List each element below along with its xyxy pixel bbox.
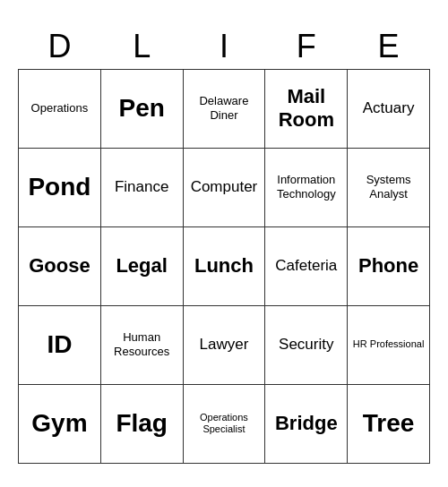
cell-3-2: Lawyer — [183, 305, 265, 384]
cell-text-4-0: Gym — [22, 408, 97, 439]
header-col-e: E — [348, 24, 430, 70]
grid-row-0: OperationsPenDelaware DinerMail RoomActu… — [19, 69, 430, 148]
cell-text-0-2: Delaware Diner — [187, 94, 262, 122]
cell-1-0: Pond — [19, 148, 101, 226]
cell-0-1: Pen — [100, 69, 183, 148]
cell-2-3: Cafeteria — [265, 226, 348, 305]
cell-text-3-3: Security — [269, 336, 343, 354]
cell-text-0-3: Mail Room — [269, 85, 343, 132]
cell-text-3-0: ID — [22, 329, 97, 360]
cell-2-2: Lunch — [183, 226, 265, 305]
cell-text-0-0: Operations — [22, 101, 97, 115]
cell-4-1: Flag — [100, 384, 183, 463]
cell-text-2-2: Lunch — [187, 254, 262, 278]
grid-row-1: PondFinanceComputerInformation Technolog… — [19, 148, 430, 226]
cell-text-4-2: Operations Specialist — [187, 412, 262, 435]
cell-text-3-4: HR Professional — [351, 338, 426, 350]
cell-3-0: ID — [19, 305, 101, 384]
header-col-l: L — [100, 24, 183, 70]
cell-2-0: Goose — [19, 226, 101, 305]
cell-text-4-4: Tree — [351, 408, 426, 439]
cell-4-2: Operations Specialist — [183, 384, 265, 463]
grid-row-4: GymFlagOperations SpecialistBridgeTree — [19, 384, 430, 463]
header-col-f: F — [265, 24, 348, 70]
header-col-d: D — [19, 24, 101, 70]
cell-text-2-0: Goose — [22, 254, 97, 278]
cell-text-1-4: Systems Analyst — [351, 173, 426, 201]
cell-2-1: Legal — [100, 226, 183, 305]
cell-text-1-1: Finance — [105, 178, 179, 196]
cell-4-3: Bridge — [265, 384, 348, 463]
cell-1-1: Finance — [100, 148, 183, 226]
cell-4-0: Gym — [19, 384, 101, 463]
bingo-card: DLIFE OperationsPenDelaware DinerMail Ro… — [18, 24, 430, 464]
cell-text-2-4: Phone — [351, 254, 426, 278]
cell-4-4: Tree — [348, 384, 430, 463]
cell-1-4: Systems Analyst — [348, 148, 430, 226]
cell-3-1: Human Resources — [100, 305, 183, 384]
cell-text-4-1: Flag — [105, 408, 179, 439]
cell-text-1-2: Computer — [187, 178, 262, 196]
cell-3-3: Security — [265, 305, 348, 384]
cell-text-2-1: Legal — [105, 254, 179, 278]
grid-row-2: GooseLegalLunchCafeteriaPhone — [19, 226, 430, 305]
cell-0-2: Delaware Diner — [183, 69, 265, 148]
header-row: DLIFE — [19, 24, 430, 70]
cell-text-0-4: Actuary — [351, 99, 426, 117]
cell-text-2-3: Cafeteria — [269, 257, 343, 275]
cell-3-4: HR Professional — [348, 305, 430, 384]
header-col-i: I — [183, 24, 265, 70]
cell-text-1-3: Information Technology — [269, 173, 343, 201]
cell-0-3: Mail Room — [265, 69, 348, 148]
grid-row-3: IDHuman ResourcesLawyerSecurityHR Profes… — [19, 305, 430, 384]
cell-0-0: Operations — [19, 69, 101, 148]
cell-text-1-0: Pond — [22, 172, 97, 202]
cell-0-4: Actuary — [348, 69, 430, 148]
cell-text-3-2: Lawyer — [187, 336, 262, 354]
cell-text-3-1: Human Resources — [105, 330, 179, 358]
cell-1-2: Computer — [183, 148, 265, 226]
cell-1-3: Information Technology — [265, 148, 348, 226]
cell-2-4: Phone — [348, 226, 430, 305]
grid-body: OperationsPenDelaware DinerMail RoomActu… — [19, 69, 430, 463]
cell-text-4-3: Bridge — [269, 412, 343, 435]
cell-text-0-1: Pen — [105, 93, 179, 124]
